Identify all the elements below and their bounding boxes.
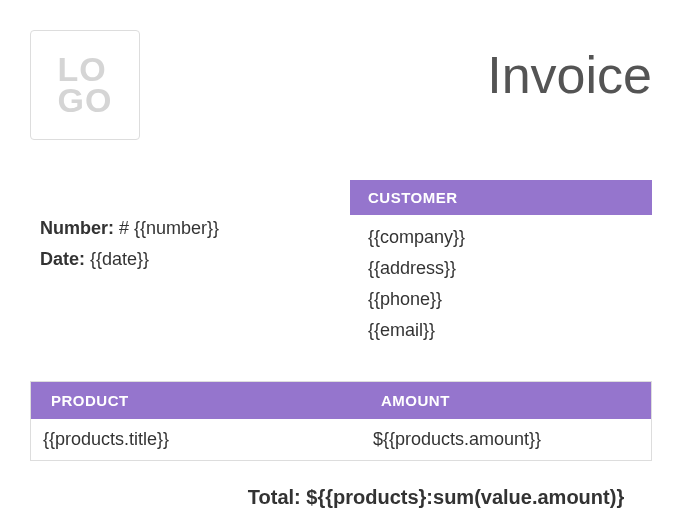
customer-phone: {{phone}} <box>350 289 652 310</box>
date-value: {{date}} <box>90 249 149 269</box>
header-product: PRODUCT <box>31 382 361 419</box>
date-label: Date: <box>40 249 85 269</box>
customer-info: CUSTOMER {{company}} {{address}} {{phone… <box>350 180 652 351</box>
total-value: ${{products}:sum(value.amount)} <box>306 486 624 508</box>
customer-company: {{company}} <box>350 227 652 248</box>
customer-header: CUSTOMER <box>350 180 652 215</box>
total-row: Total: ${{products}:sum(value.amount)} <box>30 486 652 509</box>
invoice-number-row: Number: # {{number}} <box>40 218 320 239</box>
products-table: PRODUCT AMOUNT {{products.title}} ${{pro… <box>30 381 652 461</box>
cell-product-amount: ${{products.amount}} <box>361 419 651 460</box>
details-section: Number: # {{number}} Date: {{date}} CUST… <box>30 180 652 351</box>
table-row: {{products.title}} ${{products.amount}} <box>31 419 651 460</box>
header-amount: AMOUNT <box>361 382 651 419</box>
header: LO GO Invoice <box>30 30 652 140</box>
table-header-row: PRODUCT AMOUNT <box>31 382 651 419</box>
logo-placeholder: LO GO <box>30 30 140 140</box>
customer-address: {{address}} <box>350 258 652 279</box>
cell-product-title: {{products.title}} <box>31 419 361 460</box>
invoice-info: Number: # {{number}} Date: {{date}} <box>30 180 320 351</box>
invoice-date-row: Date: {{date}} <box>40 249 320 270</box>
total-label: Total: <box>248 486 301 508</box>
number-value: # {{number}} <box>119 218 219 238</box>
number-label: Number: <box>40 218 114 238</box>
page-title: Invoice <box>487 45 652 105</box>
logo-text: LO GO <box>58 54 113 115</box>
logo-line2: GO <box>58 85 113 116</box>
customer-email: {{email}} <box>350 320 652 341</box>
